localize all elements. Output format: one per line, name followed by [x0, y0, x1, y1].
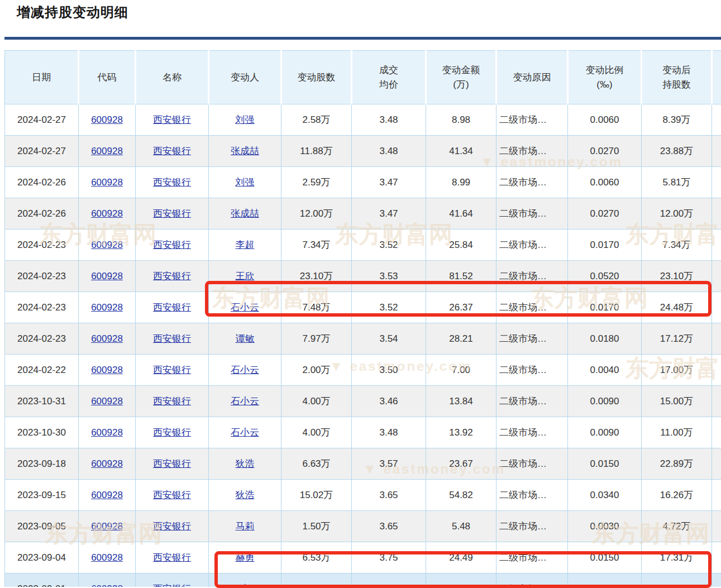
name-link[interactable]: 西安银行: [153, 177, 191, 188]
cell-price: 3.54: [352, 323, 426, 355]
code-link[interactable]: 600928: [91, 114, 123, 125]
cell-shares: 2.58万: [281, 104, 352, 136]
person-link[interactable]: 狄浩: [236, 490, 255, 500]
cell-code: 600928: [79, 323, 136, 355]
column-header-reason: 变动原因: [496, 51, 568, 104]
name-link[interactable]: 西安银行: [153, 365, 191, 375]
cell-price: 3.48: [352, 136, 426, 167]
person-link[interactable]: 王欣: [236, 271, 255, 281]
name-link[interactable]: 西安银行: [153, 333, 191, 344]
person-link[interactable]: 石小云: [231, 427, 259, 438]
person-link[interactable]: 狄浩: [236, 458, 255, 469]
cell-date: 2024-02-22: [5, 355, 79, 386]
cell-code: 600928: [79, 261, 136, 292]
code-link[interactable]: 600928: [91, 333, 123, 344]
table-row: 2024-02-23600928西安银行王欣23.10万3.5381.52二级市…: [5, 261, 721, 292]
cell-shares: 11.88万: [281, 136, 352, 167]
cell-after: 17.31万: [642, 542, 712, 573]
cell-code: 600928: [79, 417, 136, 448]
name-link[interactable]: 西安银行: [153, 458, 191, 469]
name-link[interactable]: 西安银行: [153, 521, 191, 532]
column-header-clip: [712, 51, 721, 104]
cell-clip: [712, 261, 721, 292]
person-link[interactable]: 赫勇: [236, 552, 255, 563]
code-link[interactable]: 600928: [91, 584, 123, 587]
table-row: 2024-02-23600928西安银行李超7.34万3.5225.84二级市场…: [5, 230, 721, 261]
code-link[interactable]: 600928: [91, 146, 123, 156]
cell-reason: 二级市场…: [496, 323, 568, 355]
code-link[interactable]: 600928: [91, 490, 123, 500]
cell-clip: [712, 323, 721, 355]
cell-name: 西安银行: [136, 542, 209, 573]
column-header-shares: 变动股数: [281, 51, 352, 104]
cell-amount: 13.92: [426, 417, 496, 448]
code-link[interactable]: 600928: [91, 302, 123, 313]
person-link[interactable]: 马莉: [236, 521, 255, 532]
code-link[interactable]: 600928: [91, 208, 123, 219]
code-link[interactable]: 600928: [91, 271, 123, 281]
person-link[interactable]: 石小云: [231, 584, 259, 587]
name-link[interactable]: 西安银行: [153, 396, 191, 407]
cell-reason: 二级市场…: [496, 198, 568, 230]
cell-ratio: 0.0090: [568, 417, 642, 448]
name-link[interactable]: 西安银行: [153, 552, 191, 563]
cell-reason: 二级市场…: [496, 480, 568, 511]
cell-name: 西安银行: [136, 292, 209, 323]
code-link[interactable]: 600928: [91, 521, 123, 532]
column-header-code: 代码: [79, 51, 136, 104]
code-link[interactable]: 600928: [91, 177, 123, 188]
cell-ratio: 0.0270: [568, 136, 642, 167]
name-link[interactable]: 西安银行: [153, 271, 191, 281]
column-header-label: 变动比例: [569, 63, 640, 78]
cell-person: 刘强: [209, 104, 281, 136]
name-link[interactable]: 西安银行: [153, 240, 191, 250]
cell-code: 600928: [79, 480, 136, 511]
name-link[interactable]: 西安银行: [153, 490, 191, 500]
column-header-label: 持股数: [643, 78, 710, 92]
cell-person: 石小云: [209, 573, 281, 587]
cell-price: 3.48: [352, 417, 426, 448]
cell-date: 2023-09-18: [5, 448, 79, 480]
cell-shares: 2.00万: [281, 355, 352, 386]
name-link[interactable]: 西安银行: [153, 114, 191, 125]
person-link[interactable]: 石小云: [231, 302, 259, 313]
name-link[interactable]: 西安银行: [153, 302, 191, 313]
cell-person: 赫勇: [209, 542, 281, 573]
name-link[interactable]: 西安银行: [153, 427, 191, 438]
person-link[interactable]: 刘强: [236, 114, 255, 125]
code-link[interactable]: 600928: [91, 552, 123, 563]
cell-amount: 54.82: [426, 480, 496, 511]
code-link[interactable]: 600928: [91, 427, 123, 438]
person-link[interactable]: 石小云: [231, 365, 259, 375]
cell-reason: 二级市场…: [496, 355, 568, 386]
code-link[interactable]: 600928: [91, 240, 123, 250]
cell-reason: 二级市场…: [496, 230, 568, 261]
column-header-person: 变动人: [209, 51, 281, 104]
person-link[interactable]: 张成喆: [231, 146, 259, 156]
person-link[interactable]: 张成喆: [231, 208, 259, 219]
column-header-label: 代码: [80, 70, 134, 85]
cell-price: 3.47: [352, 167, 426, 198]
code-link[interactable]: 600928: [91, 396, 123, 407]
cell-after: 4.72万: [642, 511, 712, 542]
person-link[interactable]: 刘强: [236, 177, 255, 188]
table-row: 2024-02-23600928西安银行石小云7.48万3.5226.37二级市…: [5, 292, 721, 323]
person-link[interactable]: 石小云: [231, 396, 259, 407]
cell-code: 600928: [79, 167, 136, 198]
code-link[interactable]: 600928: [91, 458, 123, 469]
name-link[interactable]: 西安银行: [153, 208, 191, 219]
table-row: 2024-02-22600928西安银行石小云2.00万3.507.00二级市场…: [5, 355, 721, 386]
name-link[interactable]: 西安银行: [153, 584, 191, 587]
cell-code: 600928: [79, 230, 136, 261]
cell-amount: 8.98: [426, 104, 496, 136]
cell-code: 600928: [79, 136, 136, 167]
cell-clip: [712, 448, 721, 480]
person-link[interactable]: 谭敏: [236, 333, 255, 344]
cell-reason: 二级市场…: [496, 261, 568, 292]
cell-date: 2023-10-31: [5, 386, 79, 417]
table-row: 2024-02-26600928西安银行刘强2.59万3.478.99二级市场……: [5, 167, 721, 198]
code-link[interactable]: 600928: [91, 365, 123, 375]
person-link[interactable]: 李超: [236, 240, 255, 250]
name-link[interactable]: 西安银行: [153, 146, 191, 156]
cell-date: 2023-10-30: [5, 417, 79, 448]
